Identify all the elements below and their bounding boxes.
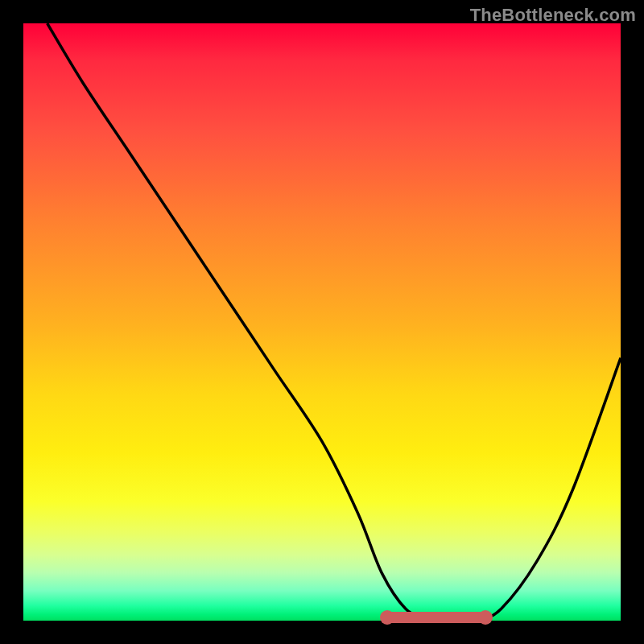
chart-frame: TheBottleneck.com [0,0,644,644]
optimal-range-marker [382,612,489,623]
watermark-text: TheBottleneck.com [470,5,636,26]
plot-area [23,23,621,621]
bottleneck-curve [23,23,621,621]
